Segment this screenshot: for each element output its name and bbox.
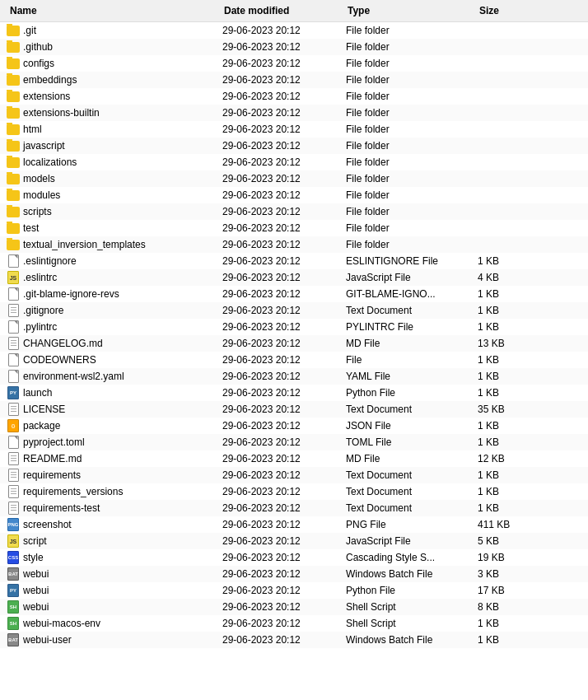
file-name: webui-macos-env [23, 618, 100, 629]
table-row[interactable]: JS .eslintrc 29-06-2023 20:12 JavaScript… [0, 269, 588, 286]
name-cell: .gitignore [7, 304, 221, 317]
file-icon: JS [7, 271, 20, 284]
table-row[interactable]: LICENSE 29-06-2023 20:12 Text Document 3… [0, 401, 588, 418]
table-row[interactable]: .git 29-06-2023 20:12 File folder [0, 22, 588, 39]
js-file-icon: JS [7, 271, 19, 284]
type-cell: Text Document [344, 486, 476, 497]
date-cell: 29-06-2023 20:12 [221, 173, 344, 184]
type-cell: Text Document [344, 305, 476, 316]
table-row[interactable]: JS script 29-06-2023 20:12 JavaScript Fi… [0, 533, 588, 549]
file-name: .github [23, 41, 53, 53]
col-type[interactable]: Type [344, 3, 476, 18]
text-file-icon [8, 337, 19, 350]
type-cell: File folder [344, 91, 476, 102]
file-icon [7, 189, 20, 202]
table-row[interactable]: .github 29-06-2023 20:12 File folder [0, 39, 588, 55]
table-row[interactable]: CHANGELOG.md 29-06-2023 20:12 MD File 13… [0, 335, 588, 352]
table-row[interactable]: .pylintrc 29-06-2023 20:12 PYLINTRC File… [0, 319, 588, 335]
col-date[interactable]: Date modified [221, 3, 344, 18]
name-cell: PY launch [7, 386, 221, 399]
table-row[interactable]: pyproject.toml 29-06-2023 20:12 TOML Fil… [0, 434, 588, 450]
date-cell: 29-06-2023 20:12 [221, 436, 344, 448]
generic-file-icon [8, 436, 19, 449]
table-row[interactable]: .git-blame-ignore-revs 29-06-2023 20:12 … [0, 286, 588, 302]
file-rows: .git 29-06-2023 20:12 File folder .githu… [0, 22, 588, 648]
folder-icon [7, 124, 20, 135]
size-cell: 4 KB [476, 272, 542, 283]
file-name: test [23, 222, 39, 234]
size-cell: 8 KB [476, 601, 542, 613]
date-cell: 29-06-2023 20:12 [221, 486, 344, 497]
table-row[interactable]: configs 29-06-2023 20:12 File folder [0, 55, 588, 72]
table-row[interactable]: modules 29-06-2023 20:12 File folder [0, 187, 588, 203]
type-cell: File folder [344, 124, 476, 135]
table-row[interactable]: CODEOWNERS 29-06-2023 20:12 File 1 KB [0, 352, 588, 368]
col-size[interactable]: Size [476, 3, 542, 18]
file-icon [7, 370, 20, 383]
name-cell: configs [7, 57, 221, 70]
generic-file-icon [8, 320, 19, 334]
col-name[interactable]: Name [7, 3, 221, 18]
table-row[interactable]: requirements 29-06-2023 20:12 Text Docum… [0, 467, 588, 483]
table-row[interactable]: extensions 29-06-2023 20:12 File folder [0, 88, 588, 105]
table-row[interactable]: requirements-test 29-06-2023 20:12 Text … [0, 500, 588, 516]
file-name: configs [23, 58, 54, 69]
file-icon [7, 222, 20, 235]
table-row[interactable]: README.md 29-06-2023 20:12 MD File 12 KB [0, 450, 588, 467]
table-row[interactable]: BAT webui-user 29-06-2023 20:12 Windows … [0, 632, 588, 648]
type-cell: JavaScript File [344, 272, 476, 283]
table-row[interactable]: textual_inversion_templates 29-06-2023 2… [0, 236, 588, 253]
file-name: .gitignore [23, 305, 63, 316]
name-cell: SH webui [7, 600, 221, 614]
table-row[interactable]: CSS style 29-06-2023 20:12 Cascading Sty… [0, 549, 588, 566]
file-name: webui-user [23, 634, 72, 646]
name-cell: modules [7, 189, 221, 202]
file-name: webui [23, 601, 49, 613]
file-name: javascript [23, 140, 65, 152]
size-cell: 1 KB [476, 436, 542, 448]
table-row[interactable]: requirements_versions 29-06-2023 20:12 T… [0, 483, 588, 500]
table-row[interactable]: PY webui 29-06-2023 20:12 Python File 17… [0, 582, 588, 599]
table-row[interactable]: embeddings 29-06-2023 20:12 File folder [0, 72, 588, 88]
size-cell: 5 KB [476, 535, 542, 547]
table-row[interactable]: javascript 29-06-2023 20:12 File folder [0, 138, 588, 154]
table-row[interactable]: environment-wsl2.yaml 29-06-2023 20:12 Y… [0, 368, 588, 385]
type-cell: JavaScript File [344, 535, 476, 547]
file-name: models [23, 173, 55, 184]
type-cell: File folder [344, 222, 476, 234]
table-row[interactable]: test 29-06-2023 20:12 File folder [0, 220, 588, 236]
table-row[interactable]: SH webui-macos-env 29-06-2023 20:12 Shel… [0, 615, 588, 632]
file-icon [7, 403, 20, 416]
file-name: CODEOWNERS [23, 354, 96, 366]
date-cell: 29-06-2023 20:12 [221, 469, 344, 481]
type-cell: File folder [344, 173, 476, 184]
size-cell: 17 KB [476, 585, 542, 596]
name-cell: javascript [7, 139, 221, 152]
folder-icon [7, 240, 20, 250]
table-row[interactable]: scripts 29-06-2023 20:12 File folder [0, 203, 588, 220]
table-row[interactable]: .gitignore 29-06-2023 20:12 Text Documen… [0, 302, 588, 319]
type-cell: Python File [344, 387, 476, 399]
table-row[interactable]: .eslintignore 29-06-2023 20:12 ESLINTIGN… [0, 253, 588, 269]
type-cell: MD File [344, 338, 476, 349]
table-row[interactable]: PY launch 29-06-2023 20:12 Python File 1… [0, 385, 588, 401]
size-cell: 1 KB [476, 305, 542, 316]
name-cell: .git [7, 24, 221, 37]
table-row[interactable]: extensions-builtin 29-06-2023 20:12 File… [0, 105, 588, 121]
size-cell: 12 KB [476, 453, 542, 464]
table-row[interactable]: {} package 29-06-2023 20:12 JSON File 1 … [0, 418, 588, 434]
table-row[interactable]: models 29-06-2023 20:12 File folder [0, 170, 588, 187]
table-row[interactable]: SH webui 29-06-2023 20:12 Shell Script 8… [0, 599, 588, 615]
table-row[interactable]: html 29-06-2023 20:12 File folder [0, 121, 588, 138]
generic-file-icon [8, 254, 19, 268]
name-cell: .eslintignore [7, 254, 221, 268]
type-cell: GIT-BLAME-IGNO... [344, 288, 476, 300]
date-cell: 29-06-2023 20:12 [221, 535, 344, 547]
file-icon [7, 40, 20, 54]
table-row[interactable]: PNG screenshot 29-06-2023 20:12 PNG File… [0, 516, 588, 533]
type-cell: File folder [344, 156, 476, 168]
date-cell: 29-06-2023 20:12 [221, 634, 344, 646]
type-cell: File folder [344, 58, 476, 69]
table-row[interactable]: BAT webui 29-06-2023 20:12 Windows Batch… [0, 566, 588, 582]
table-row[interactable]: localizations 29-06-2023 20:12 File fold… [0, 154, 588, 170]
